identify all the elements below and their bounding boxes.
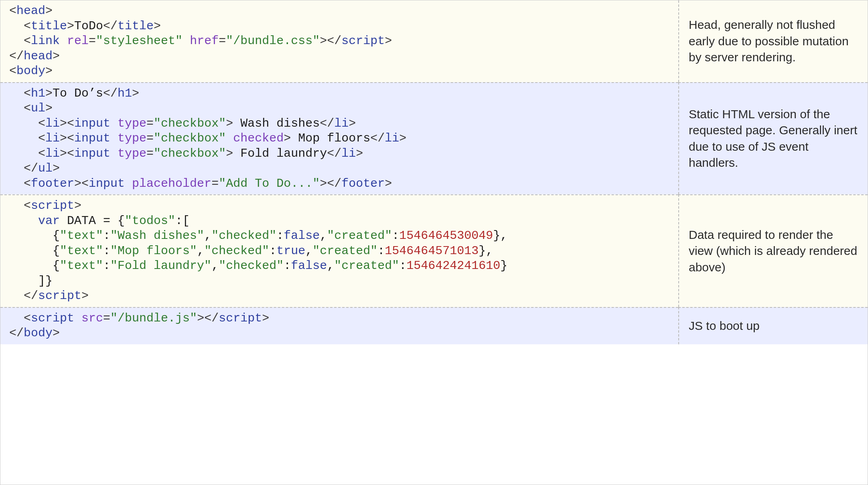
- diagram-row: <script> var DATA = {"todos":[ {"text":"…: [0, 194, 868, 307]
- code-line: <li><input type="checkbox"> Fold laundry…: [9, 146, 669, 162]
- code-block: <head> <title>ToDo</title> <link rel="st…: [0, 0, 678, 82]
- code-line: <h1>To Do’s</h1>: [9, 86, 669, 101]
- code-line: <head>: [9, 4, 669, 19]
- code-block: <h1>To Do’s</h1> <ul> <li><input type="c…: [0, 82, 678, 195]
- code-line: </head>: [9, 49, 669, 64]
- code-line: var DATA = {"todos":[: [9, 214, 669, 229]
- diagram-row: <script src="/bundle.js"></script></body…: [0, 307, 868, 344]
- diagram-row: <head> <title>ToDo</title> <link rel="st…: [0, 0, 868, 82]
- code-line: <script>: [9, 198, 669, 214]
- annotation-text: Data required to render the view (which …: [678, 194, 868, 307]
- code-line: <footer><input placeholder="Add To Do...…: [9, 176, 669, 192]
- code-line: </ul>: [9, 161, 669, 176]
- annotation-text: JS to boot up: [678, 307, 868, 344]
- code-line: {"text":"Wash dishes","checked":false,"c…: [9, 228, 669, 244]
- code-block: <script src="/bundle.js"></script></body…: [0, 307, 678, 344]
- code-line: <link rel="stylesheet" href="/bundle.css…: [9, 34, 669, 49]
- code-line: <li><input type="checkbox"> Wash dishes<…: [9, 116, 669, 131]
- code-line: {"text":"Fold laundry","checked":false,"…: [9, 259, 669, 274]
- annotation-text: Head, generally not flushed early due to…: [678, 0, 868, 82]
- code-line: {"text":"Mop floors","checked":true,"cre…: [9, 244, 669, 259]
- code-line: <title>ToDo</title>: [9, 19, 669, 34]
- code-line: <script src="/bundle.js"></script>: [9, 311, 669, 326]
- diagram-row: <h1>To Do’s</h1> <ul> <li><input type="c…: [0, 82, 868, 195]
- code-line: <ul>: [9, 101, 669, 116]
- code-line: <body>: [9, 64, 669, 79]
- code-line: </body>: [9, 326, 669, 341]
- annotation-text: Static HTML version of the requested pag…: [678, 82, 868, 195]
- annotated-code-diagram: <head> <title>ToDo</title> <link rel="st…: [0, 0, 868, 485]
- code-line: ]}: [9, 274, 669, 289]
- code-line: </script>: [9, 289, 669, 304]
- code-line: <li><input type="checkbox" checked> Mop …: [9, 131, 669, 146]
- code-block: <script> var DATA = {"todos":[ {"text":"…: [0, 194, 678, 307]
